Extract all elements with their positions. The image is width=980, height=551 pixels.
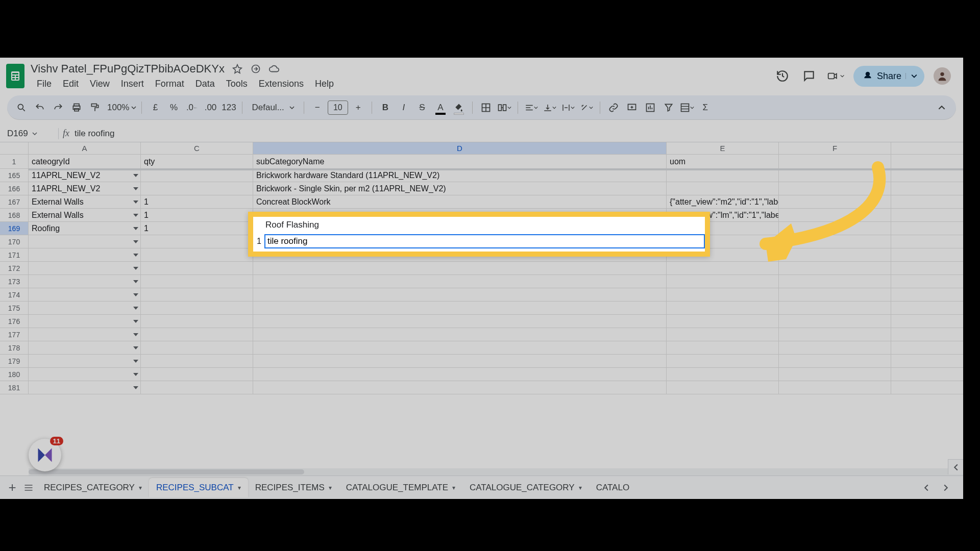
cell[interactable] (779, 222, 891, 235)
cell[interactable] (667, 355, 779, 367)
select-all-corner[interactable] (0, 142, 29, 154)
fill-color-icon[interactable] (451, 99, 467, 116)
row-header[interactable]: 175 (0, 302, 29, 315)
collapse-toolbar-icon[interactable] (934, 99, 950, 116)
chevron-down-icon[interactable] (133, 254, 138, 257)
cell[interactable]: {"atter_view":"m2","id":"1","label":"m2"… (667, 195, 779, 208)
cell[interactable] (779, 355, 891, 367)
wrap-icon[interactable] (560, 99, 576, 116)
cell[interactable] (29, 368, 141, 381)
chevron-down-icon[interactable] (133, 307, 138, 310)
insert-chart-icon[interactable] (642, 99, 658, 116)
cell[interactable]: 11APRL_NEW_V2 (29, 169, 141, 182)
paint-format-icon[interactable] (87, 99, 103, 116)
sheet-tab[interactable]: CATALOGUE_TEMPLATE▾ (339, 478, 462, 497)
menu-extensions[interactable]: Extensions (254, 77, 309, 91)
cell[interactable]: 11APRL_NEW_V2 (29, 182, 141, 195)
cell[interactable] (253, 328, 667, 341)
row-header[interactable]: 179 (0, 355, 29, 368)
document-title[interactable]: Vishv Patel_FPuPgQizTPbibAOeDKYx (31, 62, 225, 76)
all-sheets-icon[interactable] (20, 480, 37, 496)
col-header-c[interactable]: C (141, 142, 253, 154)
cell[interactable] (141, 275, 253, 288)
cell[interactable] (141, 368, 253, 381)
undo-icon[interactable] (32, 99, 48, 116)
redo-icon[interactable] (50, 99, 66, 116)
percent-icon[interactable]: % (165, 99, 182, 116)
share-caret-icon[interactable] (905, 73, 917, 79)
cell[interactable]: External Walls (29, 209, 141, 221)
row-header[interactable]: 176 (0, 315, 29, 328)
cell[interactable] (779, 341, 891, 354)
chevron-down-icon[interactable] (133, 293, 138, 296)
cell[interactable] (667, 169, 779, 182)
tab-scroll-left-icon[interactable] (918, 480, 935, 496)
cell-editor[interactable] (264, 234, 705, 248)
format-123-icon[interactable]: 123 (220, 99, 237, 116)
cell[interactable] (779, 262, 891, 274)
chevron-down-icon[interactable] (133, 240, 138, 243)
cell[interactable] (141, 341, 253, 354)
tab-scroll-right-icon[interactable] (938, 480, 954, 496)
menu-insert[interactable]: Insert (116, 77, 149, 91)
cell[interactable] (779, 169, 891, 182)
menu-format[interactable]: Format (150, 77, 189, 91)
chevron-down-icon[interactable] (133, 187, 138, 190)
h-align-icon[interactable] (523, 99, 540, 116)
cell[interactable] (141, 381, 253, 394)
row-header[interactable]: 178 (0, 341, 29, 355)
cell[interactable]: External Walls (29, 195, 141, 208)
cell[interactable] (779, 182, 891, 195)
spreadsheet-grid[interactable]: A C D E F 1 165 166 167 168 169 170 171 … (0, 142, 963, 425)
sheets-logo[interactable] (6, 64, 24, 88)
insert-comment-icon[interactable] (624, 99, 640, 116)
functions-icon[interactable]: Σ (697, 99, 714, 116)
cell[interactable]: cateogryId (29, 155, 141, 168)
cell[interactable] (779, 235, 891, 248)
currency-icon[interactable]: £ (147, 99, 163, 116)
chevron-down-icon[interactable] (133, 214, 138, 217)
chevron-down-icon[interactable] (133, 174, 138, 177)
avatar[interactable] (934, 67, 951, 85)
menu-data[interactable]: Data (190, 77, 220, 91)
chevron-down-icon[interactable] (133, 320, 138, 323)
share-button[interactable]: Share (853, 66, 924, 87)
cell[interactable] (667, 381, 779, 394)
cell[interactable] (779, 195, 891, 208)
font-size-input[interactable]: 10 (328, 101, 348, 115)
menu-view[interactable]: View (85, 77, 115, 91)
meet-button[interactable] (827, 67, 844, 85)
bold-icon[interactable]: B (377, 99, 394, 116)
col-header-a[interactable]: A (29, 142, 141, 154)
cell[interactable] (667, 328, 779, 341)
borders-icon[interactable] (478, 99, 494, 116)
menu-help[interactable]: Help (310, 77, 339, 91)
increase-font-icon[interactable]: + (350, 99, 366, 116)
print-icon[interactable] (68, 99, 85, 116)
cell[interactable] (667, 275, 779, 288)
filter-views-icon[interactable] (679, 99, 695, 116)
cell[interactable] (141, 288, 253, 301)
cell[interactable] (29, 302, 141, 314)
chevron-down-icon[interactable] (133, 333, 138, 336)
cell[interactable]: 1 (141, 195, 253, 208)
cell[interactable] (141, 355, 253, 367)
cell[interactable] (253, 275, 667, 288)
horizontal-scrollbar[interactable] (29, 468, 963, 475)
rotate-icon[interactable] (578, 99, 595, 116)
row-header[interactable]: 169 (0, 222, 29, 235)
chevron-down-icon[interactable]: ▾ (139, 484, 142, 491)
cell[interactable] (141, 262, 253, 274)
row-header[interactable]: 168 (0, 209, 29, 222)
row-header[interactable]: 177 (0, 328, 29, 341)
zoom-select[interactable]: 100% (105, 99, 136, 116)
v-align-icon[interactable] (542, 99, 558, 116)
cell[interactable] (29, 355, 141, 367)
chevron-down-icon[interactable] (133, 386, 138, 389)
cell[interactable] (779, 209, 891, 221)
cell[interactable] (779, 248, 891, 261)
row-header[interactable]: 181 (0, 381, 29, 394)
cell[interactable] (779, 302, 891, 314)
italic-icon[interactable]: I (396, 99, 412, 116)
cell[interactable] (253, 262, 667, 274)
